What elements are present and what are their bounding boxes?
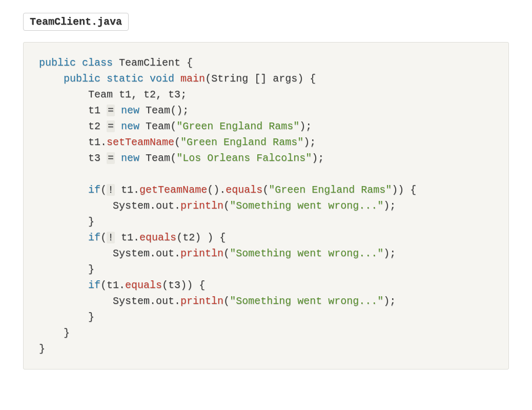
id-out: out	[156, 200, 174, 212]
kw-if: if	[88, 279, 100, 291]
op-bang: !	[107, 232, 115, 243]
op-assign: =	[107, 152, 115, 164]
id-team: Team	[146, 152, 170, 164]
id-string: String	[211, 73, 248, 85]
method-println: println	[180, 200, 223, 212]
method-equals: equals	[139, 232, 176, 243]
str-los: "Los Orleans Falcolns"	[176, 152, 312, 164]
op-assign: =	[107, 105, 115, 116]
kw-void: void	[150, 73, 174, 85]
id-system: System	[113, 295, 150, 307]
kw-if: if	[88, 232, 100, 243]
kw-new: new	[121, 105, 139, 116]
method-equals: equals	[226, 184, 262, 196]
id-t1: t1	[121, 232, 133, 243]
id-t1: t1	[107, 279, 119, 291]
id-t1: t1	[119, 89, 131, 100]
kw-if: if	[88, 184, 100, 196]
id-team: Team	[146, 120, 170, 132]
str-green: "Green England Rams"	[180, 136, 303, 148]
kw-class: class	[82, 57, 113, 69]
id-t3: t3	[168, 279, 180, 291]
kw-public: public	[39, 57, 76, 69]
method-getteamname: getTeamName	[139, 184, 207, 196]
filename-label: TeamClient.java	[23, 13, 129, 31]
id-t3: t3	[168, 89, 180, 100]
id-system: System	[113, 248, 150, 259]
id-t1: t1	[88, 105, 100, 116]
id-t2: t2	[144, 89, 156, 100]
op-bang: !	[107, 184, 115, 196]
kw-new: new	[121, 120, 139, 132]
str-green: "Green England Rams"	[269, 184, 392, 196]
id-t1: t1	[88, 136, 100, 148]
kw-public: public	[64, 73, 100, 85]
id-args: args	[273, 73, 297, 85]
kw-new: new	[121, 152, 139, 164]
method-setteamname: setTeamName	[107, 136, 174, 148]
method-println: println	[180, 248, 223, 259]
id-system: System	[113, 200, 150, 212]
kw-static: static	[107, 73, 144, 85]
method-println: println	[180, 295, 223, 307]
method-equals: equals	[125, 279, 162, 291]
id-t3: t3	[88, 152, 100, 164]
str-wrong: "Something went wrong..."	[230, 295, 383, 307]
str-green: "Green England Rams"	[176, 120, 299, 132]
id-team: Team	[146, 105, 170, 116]
id-out: out	[156, 248, 174, 259]
str-wrong: "Something went wrong..."	[230, 200, 383, 212]
id-team: Team	[88, 89, 113, 100]
str-wrong: "Something went wrong..."	[230, 248, 383, 259]
id-t1: t1	[121, 184, 133, 196]
code-block: public class TeamClient { public static …	[23, 42, 509, 370]
method-main: main	[180, 73, 205, 85]
id-out: out	[156, 295, 174, 307]
id-t2: t2	[182, 232, 195, 243]
op-assign: =	[107, 120, 115, 132]
cls-name: TeamClient	[119, 57, 180, 69]
id-t2: t2	[88, 120, 100, 132]
